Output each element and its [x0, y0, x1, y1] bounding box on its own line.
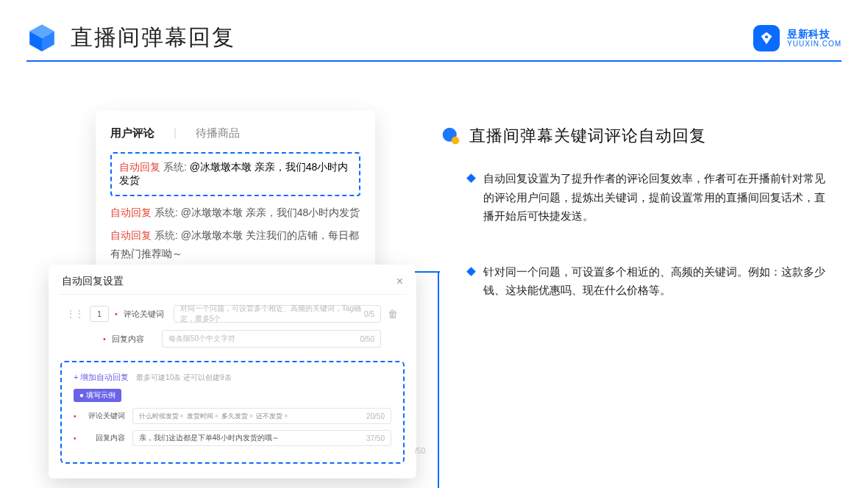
diamond-bullet-icon: [466, 267, 476, 276]
add-auto-reply-link[interactable]: + 增加自动回复: [74, 373, 129, 381]
highlighted-comment: 自动回复 系统: @冰墩墩本墩 亲亲，我们48小时内发货: [110, 152, 360, 196]
page-title: 直播间弹幕回复: [71, 23, 235, 53]
cube-icon: [26, 22, 57, 53]
brand-logo: 昱新科技 YUUXIN.COM: [753, 25, 842, 51]
bullet-item: 自动回复设置为了提升作者的评论回复效率，作者可在开播前针对常见的评论用户问题，提…: [468, 169, 831, 226]
auto-reply-tag: 自动回复: [119, 161, 160, 173]
example-content-label: 回复内容: [84, 433, 125, 443]
tab-user-comments[interactable]: 用户评论: [110, 126, 154, 140]
keyword-label: 评论关键词: [124, 309, 168, 320]
brand-badge-icon: [753, 25, 780, 51]
close-icon[interactable]: ×: [396, 275, 403, 288]
brand-name-cn: 昱新科技: [787, 29, 842, 40]
section-subhead: 直播间弹幕关键词评论自动回复: [469, 125, 706, 147]
example-badge: ● 填写示例: [74, 389, 121, 402]
diamond-bullet-icon: [466, 173, 476, 183]
brand-name-en: YUUXIN.COM: [787, 40, 842, 48]
content-label: 回复内容: [112, 334, 156, 345]
content-input[interactable]: 每条限50个中文字符 0/50: [162, 330, 381, 348]
example-keyword-label: 评论关键词: [84, 411, 125, 421]
svg-point-3: [765, 35, 768, 38]
header-divider: [26, 60, 842, 62]
connector-line: [423, 271, 439, 488]
comments-card: 用户评论 | 待播商品 自动回复 系统: @冰墩墩本墩 亲亲，我们48小时内发货…: [96, 110, 375, 286]
tabs: 用户评论 | 待播商品: [110, 126, 360, 140]
add-note: 最多可建10条 还可以创建9条: [136, 373, 231, 381]
drag-handle-icon[interactable]: ⋮⋮: [66, 309, 84, 319]
example-keyword-input[interactable]: 什么时候发货 发货时间 多久发货 还不发货 20/50: [132, 408, 391, 424]
svg-point-5: [452, 137, 459, 144]
bullet-item: 针对同一个问题，可设置多个相近的、高频的关键词。例如：这款多少钱、这块能优惠吗、…: [468, 262, 831, 300]
settings-title: 自动回复设置: [62, 275, 124, 288]
comment-line: 自动回复 系统: @冰墩墩本墩 亲亲，我们48小时内发货: [110, 204, 360, 222]
auto-reply-settings-card: 自动回复设置 × ⋮⋮ 1 • 评论关键词 对同一个问题，可设置多个相近、高频的…: [49, 265, 416, 478]
delete-icon[interactable]: 🗑: [387, 308, 399, 320]
chat-bubble-icon: [441, 126, 460, 146]
keyword-input[interactable]: 对同一个问题，可设置多个相近、高频的关键词，Tag确定，最多5个 0/5: [174, 305, 381, 323]
example-box: + 增加自动回复 最多可建10条 还可以创建9条 ● 填写示例 • 评论关键词 …: [60, 361, 405, 464]
order-box[interactable]: 1: [90, 306, 109, 322]
example-content-input[interactable]: 亲，我们这边都是下单48小时内发货的哦～ 37/50: [132, 430, 391, 446]
comment-line: 自动回复 系统: @冰墩墩本墩 关注我们的店铺，每日都有热门推荐呦～: [110, 226, 360, 263]
tab-pending-goods[interactable]: 待播商品: [196, 126, 240, 140]
